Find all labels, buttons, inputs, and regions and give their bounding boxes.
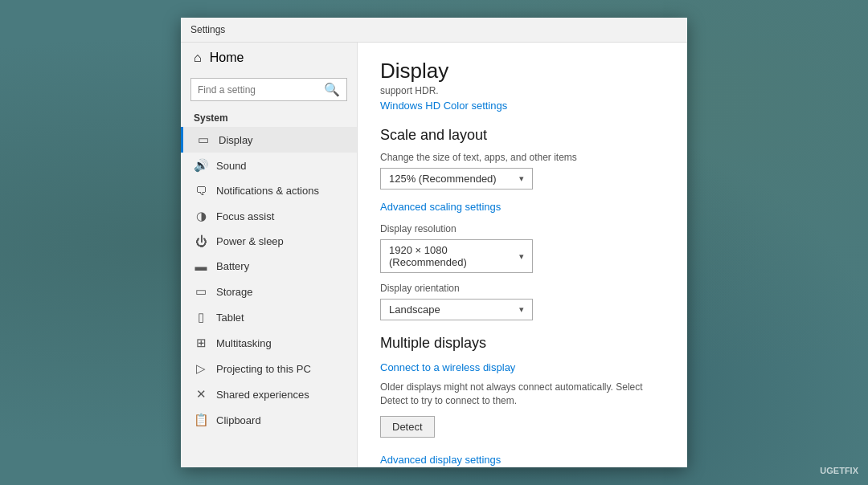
advanced-scaling-link[interactable]: Advanced scaling settings: [380, 201, 501, 213]
sidebar-item-multitasking-label: Multitasking: [216, 337, 272, 349]
display-icon: ▭: [196, 132, 211, 147]
storage-icon: ▭: [194, 284, 208, 299]
settings-title: Settings: [190, 24, 225, 35]
watermark: UGETFIX: [820, 466, 858, 475]
sidebar-home-label: Home: [210, 51, 244, 65]
power-icon: ⏻: [194, 234, 208, 248]
sidebar-section-label: System: [181, 106, 357, 127]
main-content: Display support HDR. Windows HD Color se…: [358, 43, 687, 467]
notifications-icon: 🗨: [194, 184, 208, 198]
resolution-dropdown-wrap: 1920 × 1080 (Recommended) ▾: [380, 239, 665, 273]
multiple-displays-title: Multiple displays: [380, 335, 665, 352]
sidebar-item-shared[interactable]: ✕ Shared experiences: [181, 381, 357, 407]
multiple-displays-note: Older displays might not always connect …: [380, 381, 665, 408]
sidebar-item-clipboard-label: Clipboard: [216, 414, 261, 426]
scale-dropdown-wrap: 125% (Recommended) ▾: [380, 168, 665, 190]
sidebar-item-display-label: Display: [219, 134, 253, 146]
resolution-label: Display resolution: [380, 223, 665, 234]
sidebar-item-sound-label: Sound: [216, 160, 247, 172]
sidebar-item-power-label: Power & sleep: [216, 235, 284, 247]
scale-value: 125% (Recommended): [389, 173, 497, 185]
sidebar-item-projecting-label: Projecting to this PC: [216, 363, 311, 375]
sidebar-item-home[interactable]: ⌂ Home: [181, 43, 357, 73]
detect-button[interactable]: Detect: [380, 416, 435, 438]
sidebar-item-storage[interactable]: ▭ Storage: [181, 279, 357, 304]
battery-icon: ▬: [194, 259, 208, 273]
orientation-dropdown[interactable]: Landscape ▾: [380, 299, 533, 320]
sidebar-item-projecting[interactable]: ▷ Projecting to this PC: [181, 356, 357, 381]
search-input[interactable]: [198, 84, 319, 96]
title-bar: Settings: [181, 18, 687, 43]
projecting-icon: ▷: [194, 361, 208, 376]
scale-section-title: Scale and layout: [380, 127, 665, 144]
hdr-link[interactable]: Windows HD Color settings: [380, 100, 507, 112]
tablet-icon: ▯: [194, 310, 208, 324]
sidebar-item-power[interactable]: ⏻ Power & sleep: [181, 229, 357, 254]
scale-chevron-icon: ▾: [519, 173, 524, 184]
orientation-label: Display orientation: [380, 283, 665, 294]
settings-window: Settings ⌂ Home 🔍 System ▭ Display 🔊: [181, 18, 687, 467]
multitasking-icon: ⊞: [194, 336, 208, 350]
scale-dropdown[interactable]: 125% (Recommended) ▾: [380, 168, 533, 190]
sidebar-item-focus[interactable]: ◑ Focus assist: [181, 203, 357, 229]
sidebar-item-notifications[interactable]: 🗨 Notifications & actions: [181, 178, 357, 203]
sidebar-item-tablet[interactable]: ▯ Tablet: [181, 304, 357, 330]
sidebar-item-battery-label: Battery: [216, 260, 249, 272]
resolution-chevron-icon: ▾: [519, 251, 524, 262]
clipboard-icon: 📋: [194, 413, 208, 427]
orientation-dropdown-wrap: Landscape ▾: [380, 299, 665, 320]
scale-desc: Change the size of text, apps, and other…: [380, 152, 665, 163]
shared-icon: ✕: [194, 387, 208, 401]
resolution-value: 1920 × 1080 (Recommended): [389, 244, 519, 268]
search-box: 🔍: [190, 78, 347, 101]
orientation-value: Landscape: [389, 304, 440, 316]
focus-icon: ◑: [194, 209, 208, 223]
sidebar-item-display[interactable]: ▭ Display: [181, 127, 357, 153]
hdr-note: support HDR.: [380, 85, 665, 96]
sidebar-item-tablet-label: Tablet: [216, 312, 244, 324]
sidebar-item-shared-label: Shared experiences: [216, 389, 309, 401]
home-icon: ⌂: [194, 51, 202, 65]
orientation-chevron-icon: ▾: [519, 304, 524, 315]
search-icon: 🔍: [324, 82, 340, 97]
window-body: ⌂ Home 🔍 System ▭ Display 🔊 Sound 🗨 No: [181, 43, 687, 467]
resolution-dropdown[interactable]: 1920 × 1080 (Recommended) ▾: [380, 239, 533, 273]
advanced-display-link[interactable]: Advanced display settings: [380, 454, 665, 466]
sidebar-item-sound[interactable]: 🔊 Sound: [181, 153, 357, 178]
sidebar-item-focus-label: Focus assist: [216, 210, 274, 222]
connect-wireless-link[interactable]: Connect to a wireless display: [380, 361, 515, 373]
page-title: Display: [380, 59, 665, 84]
sidebar: ⌂ Home 🔍 System ▭ Display 🔊 Sound 🗨 No: [181, 43, 358, 467]
sidebar-item-storage-label: Storage: [216, 286, 253, 298]
sidebar-item-battery[interactable]: ▬ Battery: [181, 254, 357, 279]
sound-icon: 🔊: [194, 158, 208, 173]
sidebar-item-clipboard[interactable]: 📋 Clipboard: [181, 407, 357, 433]
sidebar-item-multitasking[interactable]: ⊞ Multitasking: [181, 330, 357, 356]
sidebar-item-notifications-label: Notifications & actions: [216, 185, 319, 197]
